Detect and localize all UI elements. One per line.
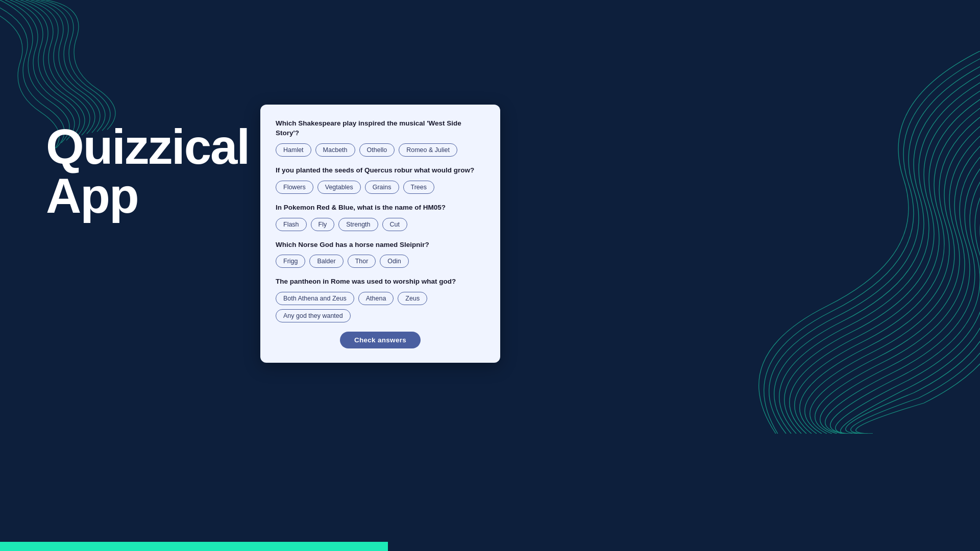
question-text-4: Which Norse God has a horse named Sleipn…: [276, 240, 485, 250]
question-text-2: If you planted the seeds of Quercus robu…: [276, 166, 485, 176]
answer-btn-q2-a2[interactable]: Vegtables: [317, 181, 361, 194]
answer-btn-q1-a2[interactable]: Macbeth: [315, 143, 355, 157]
answer-btn-q3-a3[interactable]: Strength: [338, 218, 378, 231]
answer-btn-q5-a2[interactable]: Athena: [358, 292, 394, 305]
answer-btn-q2-a1[interactable]: Flowers: [276, 181, 313, 194]
answer-options-1: HamletMacbethOthelloRomeo & Juliet: [276, 143, 485, 157]
app-title-line1: Quizzical: [46, 122, 249, 171]
answer-btn-q5-a1[interactable]: Both Athena and Zeus: [276, 292, 354, 305]
answer-options-2: FlowersVegtablesGrainsTrees: [276, 181, 485, 194]
answer-btn-q1-a4[interactable]: Romeo & Juliet: [399, 143, 457, 157]
bottom-bar: [0, 542, 388, 551]
answer-btn-q1-a3[interactable]: Othello: [359, 143, 395, 157]
question-block-4: Which Norse God has a horse named Sleipn…: [276, 240, 485, 268]
answer-btn-q4-a1[interactable]: Frigg: [276, 255, 305, 268]
answer-btn-q3-a1[interactable]: Flash: [276, 218, 307, 231]
answer-options-3: FlashFlyStrengthCut: [276, 218, 485, 231]
answer-btn-q5-a4[interactable]: Any god they wanted: [276, 309, 351, 322]
question-block-5: The pantheon in Rome was used to worship…: [276, 277, 485, 322]
quiz-card: Which Shakespeare play inspired the musi…: [260, 105, 500, 363]
answer-btn-q4-a2[interactable]: Balder: [309, 255, 343, 268]
question-text-1: Which Shakespeare play inspired the musi…: [276, 119, 485, 138]
app-title-line2: App: [46, 171, 249, 220]
check-answers-button[interactable]: Check answers: [340, 332, 421, 348]
question-block-1: Which Shakespeare play inspired the musi…: [276, 119, 485, 157]
answer-btn-q5-a3[interactable]: Zeus: [398, 292, 427, 305]
answer-btn-q2-a3[interactable]: Grains: [365, 181, 399, 194]
answer-btn-q4-a3[interactable]: Thor: [348, 255, 376, 268]
question-text-5: The pantheon in Rome was used to worship…: [276, 277, 485, 287]
answer-options-4: FriggBalderThorOdin: [276, 255, 485, 268]
question-block-3: In Pokemon Red & Blue, what is the name …: [276, 203, 485, 231]
decorative-waves-right: [623, 51, 980, 434]
app-title: Quizzical App: [46, 122, 249, 220]
answer-btn-q1-a1[interactable]: Hamlet: [276, 143, 311, 157]
answer-btn-q2-a4[interactable]: Trees: [403, 181, 435, 194]
question-text-3: In Pokemon Red & Blue, what is the name …: [276, 203, 485, 213]
answer-btn-q3-a4[interactable]: Cut: [382, 218, 407, 231]
answer-options-5: Both Athena and ZeusAthenaZeusAny god th…: [276, 292, 485, 322]
answer-btn-q3-a2[interactable]: Fly: [311, 218, 335, 231]
answer-btn-q4-a4[interactable]: Odin: [380, 255, 408, 268]
question-block-2: If you planted the seeds of Quercus robu…: [276, 166, 485, 194]
